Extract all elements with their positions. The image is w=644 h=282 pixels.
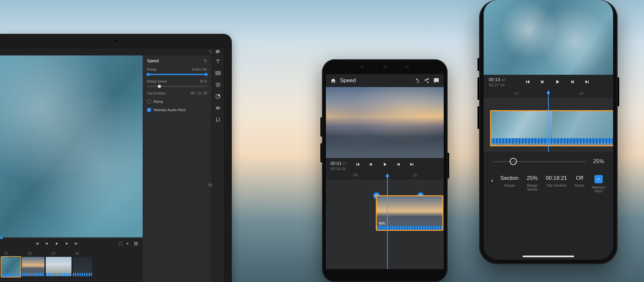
ramp-checkbox[interactable]: Ramp <box>147 100 207 103</box>
clip-speed-pct: 40% <box>379 222 385 225</box>
duration-value: 00:18:21 <box>546 175 567 181</box>
timeline-ruler: :00 :10 <box>326 173 444 179</box>
reset-icon[interactable] <box>203 59 207 63</box>
range-label: Range <box>504 183 515 187</box>
timeline-ruler: :15 :20 :25 :30 <box>0 250 143 256</box>
speed-slider-row: 25% <box>484 152 613 171</box>
pitch-checkbox[interactable]: ✓ <box>594 175 603 183</box>
speed-value: 25% <box>527 175 538 181</box>
step-back-button[interactable] <box>45 241 49 247</box>
skip-forward-button[interactable] <box>74 241 78 247</box>
timeline-clip[interactable] <box>46 257 71 276</box>
timeline[interactable] <box>484 97 613 152</box>
android-screen: Speed 00:0157 00:1405 :00 :10 <box>326 74 444 269</box>
tablet-screen: :15 :20 :25 :30 Speed <box>0 48 224 282</box>
timeline-clip[interactable] <box>490 110 613 146</box>
crop-icon[interactable] <box>215 117 221 122</box>
skip-forward-button[interactable] <box>584 79 590 86</box>
speed-slider[interactable] <box>147 86 207 87</box>
range-control[interactable]: Section Range <box>498 175 521 187</box>
tablet-device: :15 :20 :25 :30 Speed <box>0 34 232 282</box>
duration-control[interactable]: 00:18:21 Clip Duration <box>544 175 569 187</box>
speed-label: Range Speed <box>147 80 167 83</box>
iphone-device: 00:1348 00:2756 :12 :14 25% <box>479 0 618 264</box>
range-slider[interactable] <box>147 74 207 75</box>
preview-video[interactable] <box>0 55 143 237</box>
pitch-label: Maintain Pitch <box>592 185 605 193</box>
menu-icon[interactable] <box>208 182 213 189</box>
speed-controls-bar: Section Range 25% Range Speed 00:18:21 C… <box>484 171 613 193</box>
speed-value: 25 % <box>200 80 207 83</box>
timeline[interactable]: 40% <box>326 179 444 269</box>
transport-controls <box>0 238 143 250</box>
home-indicator[interactable] <box>523 256 574 257</box>
play-button[interactable] <box>382 161 388 169</box>
tool-strip <box>212 55 224 282</box>
app-topbar <box>0 48 224 55</box>
titles-icon[interactable] <box>215 59 221 64</box>
tick-label: :14 <box>578 92 583 95</box>
timeline[interactable] <box>0 256 143 282</box>
playhead[interactable] <box>387 173 388 269</box>
meta-row: 00:1348 00:2756 <box>484 75 613 90</box>
pitch-label: Maintain Audio Pitch <box>154 108 186 112</box>
share-icon[interactable] <box>424 78 430 83</box>
play-button[interactable] <box>554 79 561 86</box>
current-frames: 48 <box>501 78 505 82</box>
timeline-clip[interactable] <box>73 257 92 276</box>
step-back-button[interactable] <box>539 79 546 86</box>
total-frames: 56 <box>501 83 505 87</box>
tick-label: :20 <box>27 252 32 255</box>
range-value: Entire Clip <box>192 68 207 71</box>
timeline-clip[interactable] <box>22 257 44 276</box>
pitch-control[interactable]: ✓ Maintain Pitch <box>590 175 607 193</box>
skip-back-button[interactable] <box>35 241 40 247</box>
header-title: Speed <box>340 77 410 84</box>
device-sensors <box>361 65 409 68</box>
panel-title: Speed <box>147 59 159 63</box>
iphone-screen: 00:1348 00:2756 :12 :14 25% <box>484 0 613 260</box>
comments-icon[interactable] <box>433 78 439 83</box>
transport-controls <box>326 161 444 173</box>
mute-icon[interactable] <box>126 241 130 247</box>
step-forward-button[interactable] <box>569 79 575 86</box>
tick-label: :30 <box>75 252 79 255</box>
transform-icon[interactable] <box>215 70 221 76</box>
tick-label: :00 <box>353 173 358 179</box>
camera-dot <box>114 39 118 43</box>
step-back-button[interactable] <box>368 161 374 169</box>
scrubber[interactable] <box>0 237 143 238</box>
duration-label: Clip Duration <box>147 92 166 95</box>
undo-icon[interactable] <box>414 78 420 83</box>
fullscreen-icon[interactable] <box>118 241 123 247</box>
audio-icon[interactable] <box>215 82 221 88</box>
home-icon[interactable] <box>330 78 336 83</box>
ramp-control[interactable]: Off Ramp <box>573 175 586 187</box>
comments-icon[interactable] <box>215 50 220 54</box>
timeline-clip[interactable]: 40% <box>376 195 443 231</box>
color-icon[interactable] <box>215 93 221 99</box>
step-forward-button[interactable] <box>64 241 69 247</box>
inspector-sidebar: Speed Range Entire Clip <box>143 55 224 282</box>
preview-video[interactable] <box>484 0 613 75</box>
pitch-checkbox[interactable]: Maintain Audio Pitch <box>147 108 207 112</box>
tick-label: :12 <box>514 92 518 95</box>
preview-video[interactable] <box>326 87 444 158</box>
range-label: Range <box>147 68 156 71</box>
playhead[interactable] <box>548 90 549 152</box>
speed-slider[interactable] <box>493 161 587 162</box>
undo-icon[interactable] <box>208 50 212 54</box>
speed-icon[interactable] <box>215 105 221 111</box>
skip-back-button[interactable] <box>525 79 531 86</box>
back-button[interactable] <box>489 175 495 185</box>
grid-icon[interactable] <box>134 241 138 247</box>
step-forward-button[interactable] <box>395 161 401 169</box>
duration-value[interactable]: 00 : 13 : 28 <box>191 92 207 95</box>
skip-forward-button[interactable] <box>409 161 415 169</box>
android-device: Speed 00:0157 00:1405 :00 :10 <box>322 59 448 282</box>
timeline-clip[interactable] <box>1 257 21 277</box>
speed-control[interactable]: 25% Range Speed <box>525 175 540 191</box>
speed-panel: Speed Range Entire Clip <box>143 55 212 282</box>
play-button[interactable] <box>54 241 59 247</box>
skip-back-button[interactable] <box>355 161 361 169</box>
